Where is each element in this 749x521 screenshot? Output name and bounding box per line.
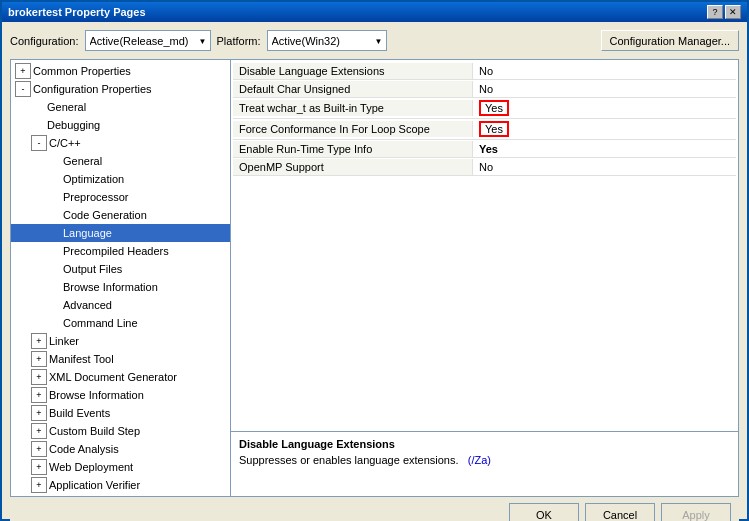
tree-item-common-props[interactable]: + Common Properties — [11, 62, 230, 80]
tree-label-language: Language — [63, 227, 112, 239]
description-panel: Disable Language Extensions Suppresses o… — [231, 431, 738, 496]
tree-label-cpp: C/C++ — [49, 137, 81, 149]
tree-item-preprocessor[interactable]: Preprocessor — [11, 188, 230, 206]
tree-label-code-analysis: Code Analysis — [49, 443, 119, 455]
tree-item-precompiled-headers[interactable]: Precompiled Headers — [11, 242, 230, 260]
footer: OK Cancel Apply — [10, 497, 739, 521]
platform-dropdown[interactable]: Active(Win32) — [267, 30, 387, 51]
tree-item-debugging[interactable]: Debugging — [11, 116, 230, 134]
tree-label-common-props: Common Properties — [33, 65, 131, 77]
tree-label-web-deployment: Web Deployment — [49, 461, 133, 473]
expand-icon-app-verifier: + — [31, 477, 47, 493]
platform-label: Platform: — [217, 35, 261, 47]
placeholder-cpp-general — [47, 153, 63, 169]
apply-button[interactable]: Apply — [661, 503, 731, 521]
placeholder-preprocessor — [47, 189, 63, 205]
tree-item-language[interactable]: Language — [11, 224, 230, 242]
expand-icon-build-events: + — [31, 405, 47, 421]
help-button[interactable]: ? — [707, 5, 723, 19]
expand-icon-manifest-tool: + — [31, 351, 47, 367]
tree-item-output-files[interactable]: Output Files — [11, 260, 230, 278]
tree-item-manifest-tool[interactable]: + Manifest Tool — [11, 350, 230, 368]
description-flag: (/Za) — [468, 454, 491, 466]
tree-item-browse-info2[interactable]: + Browse Information — [11, 386, 230, 404]
tree-item-app-verifier[interactable]: + Application Verifier — [11, 476, 230, 494]
prop-value-wchar-t: Yes — [473, 98, 736, 118]
config-dropdown-wrapper: Active(Release_md) — [85, 30, 211, 51]
tree-item-xml-doc-gen[interactable]: + XML Document Generator — [11, 368, 230, 386]
placeholder-code-generation — [47, 207, 63, 223]
tree-label-command-line: Command Line — [63, 317, 138, 329]
prop-name-openmp: OpenMP Support — [233, 159, 473, 175]
prop-row-openmp: OpenMP Support No — [233, 158, 736, 176]
expand-icon-cpp: - — [31, 135, 47, 151]
expand-icon-code-analysis: + — [31, 441, 47, 457]
window-title: brokertest Property Pages — [8, 6, 146, 18]
expand-icon-xml-doc-gen: + — [31, 369, 47, 385]
property-pages-window: brokertest Property Pages ? ✕ Configurat… — [0, 0, 749, 521]
description-body: Suppresses or enables language extension… — [239, 454, 459, 466]
tree-item-command-line[interactable]: Command Line — [11, 314, 230, 332]
tree-item-custom-build-step[interactable]: + Custom Build Step — [11, 422, 230, 440]
tree-label-cpp-general: General — [63, 155, 102, 167]
tree-label-general: General — [47, 101, 86, 113]
placeholder-general — [31, 99, 47, 115]
ok-button[interactable]: OK — [509, 503, 579, 521]
properties-grid: Disable Language Extensions No Default C… — [231, 60, 738, 431]
tree-item-cpp[interactable]: - C/C++ — [11, 134, 230, 152]
prop-name-force-conformance: Force Conformance In For Loop Scope — [233, 121, 473, 137]
prop-name-rtti: Enable Run-Time Type Info — [233, 141, 473, 157]
description-title: Disable Language Extensions — [239, 438, 730, 450]
tree-label-debugging: Debugging — [47, 119, 100, 131]
main-panel: + Common Properties - Configuration Prop… — [10, 59, 739, 497]
placeholder-output-files — [47, 261, 63, 277]
placeholder-precompiled-headers — [47, 243, 63, 259]
tree-label-app-verifier: Application Verifier — [49, 479, 140, 491]
tree-item-advanced[interactable]: Advanced — [11, 296, 230, 314]
expand-icon-common-props: + — [15, 63, 31, 79]
tree-item-config-props[interactable]: - Configuration Properties — [11, 80, 230, 98]
prop-value-force-conformance: Yes — [473, 119, 736, 139]
tree-item-web-deployment[interactable]: + Web Deployment — [11, 458, 230, 476]
config-dropdown[interactable]: Active(Release_md) — [85, 30, 211, 51]
title-bar: brokertest Property Pages ? ✕ — [2, 2, 747, 22]
title-bar-buttons: ? ✕ — [707, 5, 741, 19]
prop-row-force-conformance: Force Conformance In For Loop Scope Yes — [233, 119, 736, 140]
placeholder-optimization — [47, 171, 63, 187]
tree-label-code-generation: Code Generation — [63, 209, 147, 221]
tree-label-build-events: Build Events — [49, 407, 110, 419]
config-label: Configuration: — [10, 35, 79, 47]
tree-label-optimization: Optimization — [63, 173, 124, 185]
prop-row-default-char: Default Char Unsigned No — [233, 80, 736, 98]
tree-label-manifest-tool: Manifest Tool — [49, 353, 114, 365]
config-manager-button[interactable]: Configuration Manager... — [601, 30, 739, 51]
close-button[interactable]: ✕ — [725, 5, 741, 19]
tree-label-precompiled-headers: Precompiled Headers — [63, 245, 169, 257]
tree-item-general[interactable]: General — [11, 98, 230, 116]
placeholder-debugging — [31, 117, 47, 133]
prop-name-disable-lang-ext: Disable Language Extensions — [233, 63, 473, 79]
expand-icon-web-deployment: + — [31, 459, 47, 475]
tree-item-code-analysis[interactable]: + Code Analysis — [11, 440, 230, 458]
tree-item-build-events[interactable]: + Build Events — [11, 404, 230, 422]
tree-item-optimization[interactable]: Optimization — [11, 170, 230, 188]
placeholder-language — [47, 225, 63, 241]
expand-icon-custom-build-step: + — [31, 423, 47, 439]
tree-label-browse-information: Browse Information — [63, 281, 158, 293]
expand-icon-linker: + — [31, 333, 47, 349]
tree-item-linker[interactable]: + Linker — [11, 332, 230, 350]
tree-item-cpp-general[interactable]: General — [11, 152, 230, 170]
tree-label-preprocessor: Preprocessor — [63, 191, 128, 203]
prop-value-default-char: No — [473, 81, 736, 97]
description-text: Suppresses or enables language extension… — [239, 454, 730, 466]
tree-label-output-files: Output Files — [63, 263, 122, 275]
platform-dropdown-wrapper: Active(Win32) — [267, 30, 387, 51]
tree-item-browse-information[interactable]: Browse Information — [11, 278, 230, 296]
prop-name-wchar-t: Treat wchar_t as Built-in Type — [233, 100, 473, 116]
tree-label-advanced: Advanced — [63, 299, 112, 311]
prop-value-disable-lang-ext: No — [473, 63, 736, 79]
placeholder-browse-information — [47, 279, 63, 295]
tree-label-browse-info2: Browse Information — [49, 389, 144, 401]
cancel-button[interactable]: Cancel — [585, 503, 655, 521]
tree-item-code-generation[interactable]: Code Generation — [11, 206, 230, 224]
